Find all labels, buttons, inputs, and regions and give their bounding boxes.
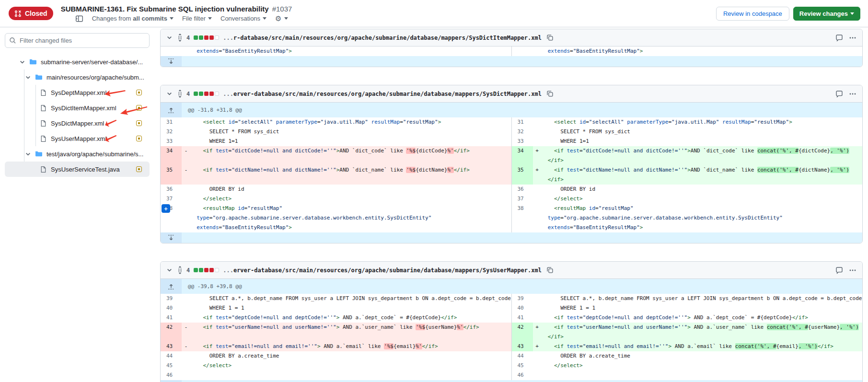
conversations-menu[interactable]: Conversations xyxy=(220,15,266,22)
line-number[interactable]: 37 xyxy=(161,194,182,204)
expand-down-button[interactable] xyxy=(161,380,182,382)
diff-line-row[interactable]: 34- <if test="dictCode!=null and dictCod… xyxy=(161,146,862,156)
diff-line-row[interactable]: 41 <if test="deptCode!=null and deptCode… xyxy=(161,313,862,323)
line-number[interactable] xyxy=(161,223,182,232)
kebab-menu-button[interactable] xyxy=(848,266,857,275)
line-number[interactable]: 33 xyxy=(512,137,533,146)
diff-line-row[interactable]: </if> xyxy=(161,156,862,165)
line-number[interactable] xyxy=(512,46,533,56)
tree-folder-item[interactable]: test/java/org/apache/submarine/s... xyxy=(5,146,150,162)
diff-line-row[interactable]: </if> xyxy=(161,175,862,185)
line-number[interactable]: 41 xyxy=(512,313,533,323)
file-filter-input[interactable] xyxy=(5,33,150,48)
line-number[interactable]: 38+ xyxy=(161,204,182,213)
line-number[interactable]: 31 xyxy=(512,117,533,127)
diff-line-row[interactable]: 44 ORDER BY a.create_time44 ORDER BY a.c… xyxy=(161,351,862,361)
line-number[interactable]: 42 xyxy=(512,323,533,332)
line-number[interactable] xyxy=(512,223,533,232)
copy-path-button[interactable] xyxy=(545,33,555,42)
line-number[interactable]: 39 xyxy=(161,294,182,303)
tree-file-item[interactable]: SysDictItemMapper.xml xyxy=(5,100,150,116)
file-filter-menu[interactable]: File filter xyxy=(182,15,212,22)
collapse-file-button[interactable] xyxy=(165,266,174,274)
diff-line-row[interactable]: 35- <if test="dictName!=null and dictNam… xyxy=(161,165,862,175)
tree-file-item[interactable]: SysUserServiceTest.java xyxy=(5,162,150,177)
line-number[interactable]: 38 xyxy=(512,204,533,213)
line-number[interactable] xyxy=(161,46,182,56)
diff-line-row[interactable]: 38+ <resultMap id="resultMap"38 <resultM… xyxy=(161,204,862,213)
review-in-codespace-button[interactable]: Review in codespace xyxy=(716,7,789,21)
line-number[interactable] xyxy=(161,156,182,165)
line-number[interactable]: 42 xyxy=(161,323,182,332)
expand-down-button[interactable] xyxy=(161,232,182,243)
collapse-file-button[interactable] xyxy=(165,90,174,98)
diff-line-row[interactable]: 32 SELECT * FROM sys_dict32 SELECT * FRO… xyxy=(161,127,862,137)
line-number[interactable]: 32 xyxy=(161,127,182,137)
line-number[interactable]: 39 xyxy=(512,294,533,303)
diff-line-row[interactable]: 37 </select>37 </select> xyxy=(161,194,862,204)
collapse-file-button[interactable] xyxy=(165,34,174,42)
line-number[interactable] xyxy=(512,332,533,342)
copy-path-button[interactable] xyxy=(545,89,555,98)
line-number[interactable]: 35 xyxy=(161,165,182,175)
diff-line-row[interactable]: 39 SELECT a.*, b.dept_name FROM sys_user… xyxy=(161,294,862,303)
line-number[interactable]: 43 xyxy=(512,342,533,351)
diff-line-row[interactable]: 4646 xyxy=(161,370,862,380)
line-number[interactable] xyxy=(161,332,182,342)
expand-down-button[interactable] xyxy=(161,56,182,67)
line-number[interactable]: 46 xyxy=(161,370,182,380)
line-number[interactable]: 31 xyxy=(161,117,182,127)
tree-folder-item[interactable]: main/resources/org/apache/subm... xyxy=(5,69,150,85)
tree-file-item[interactable]: SysDeptMapper.xml xyxy=(5,85,150,100)
line-number[interactable] xyxy=(512,175,533,185)
line-number[interactable]: 43 xyxy=(161,342,182,351)
diff-line-row[interactable]: 33 WHERE 1=133 WHERE 1=1 xyxy=(161,137,862,146)
line-number[interactable]: 44 xyxy=(512,351,533,361)
line-number[interactable]: 45 xyxy=(512,361,533,370)
line-number[interactable]: 40 xyxy=(161,303,182,313)
kebab-menu-button[interactable] xyxy=(848,89,857,99)
collapse-sidebar-button[interactable] xyxy=(75,15,83,23)
add-comment-button[interactable]: + xyxy=(162,204,170,213)
comment-button[interactable] xyxy=(834,266,844,275)
line-number[interactable] xyxy=(161,213,182,223)
line-number[interactable]: 36 xyxy=(161,185,182,194)
diff-line-row[interactable]: 42- <if test="userName!=null and userNam… xyxy=(161,323,862,332)
diff-line-row[interactable]: type="org.apache.submarine.server.databa… xyxy=(161,213,862,223)
review-changes-button[interactable]: Review changes xyxy=(793,7,860,21)
line-number[interactable]: 33 xyxy=(161,137,182,146)
diff-line-row[interactable]: 36 ORDER BY id36 ORDER BY id xyxy=(161,185,862,194)
line-number[interactable]: 45 xyxy=(161,361,182,370)
line-number[interactable] xyxy=(512,156,533,165)
line-number[interactable]: 32 xyxy=(512,127,533,137)
line-number[interactable]: 44 xyxy=(161,351,182,361)
diff-line-row[interactable]: 31 <select id="selectAll" parameterType=… xyxy=(161,117,862,127)
line-number[interactable]: 35 xyxy=(512,165,533,175)
copy-path-button[interactable] xyxy=(545,266,555,275)
expand-up-button[interactable] xyxy=(161,279,182,294)
diff-line-row[interactable]: extends="BaseEntityResultMap"> extends="… xyxy=(161,223,862,232)
diff-line-row[interactable]: 43- <if test="email!=null and email!=''"… xyxy=(161,342,862,351)
diff-line-row[interactable]: 45 </select>45 </select> xyxy=(161,361,862,370)
kebab-menu-button[interactable] xyxy=(848,33,857,43)
diff-line-row[interactable]: 40 WHERE 1 = 140 WHERE 1 = 1 xyxy=(161,303,862,313)
tree-folder-item[interactable]: submarine-server/server-database/... xyxy=(5,54,150,69)
line-number[interactable]: 34 xyxy=(512,146,533,156)
line-number[interactable]: 37 xyxy=(512,194,533,204)
diff-settings-menu[interactable]: ⚙ xyxy=(275,15,288,22)
tree-file-item[interactable]: SysUserMapper.xml xyxy=(5,131,150,146)
diff-line-row[interactable]: extends="BaseEntityResultMap"> extends="… xyxy=(161,46,862,56)
tree-file-item[interactable]: SysDictMapper.xml xyxy=(5,116,150,131)
diff-line-row[interactable]: </if> xyxy=(161,332,862,342)
changes-from-menu[interactable]: Changes fromall commits xyxy=(92,15,174,22)
line-number[interactable]: 46 xyxy=(512,370,533,380)
line-number[interactable]: 40 xyxy=(512,303,533,313)
line-number[interactable]: 41 xyxy=(161,313,182,323)
comment-button[interactable] xyxy=(834,89,844,99)
line-number[interactable] xyxy=(512,213,533,223)
drag-handle-icon[interactable] xyxy=(177,34,183,42)
line-number[interactable]: 34 xyxy=(161,146,182,156)
line-number[interactable]: 36 xyxy=(512,185,533,194)
line-number[interactable] xyxy=(161,175,182,185)
comment-button[interactable] xyxy=(834,33,844,43)
